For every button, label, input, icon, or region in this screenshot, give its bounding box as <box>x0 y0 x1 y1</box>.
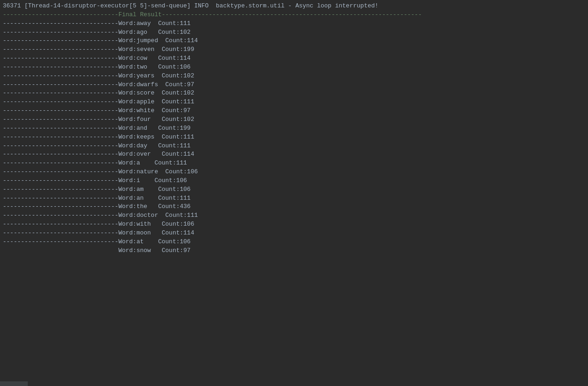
terminal-line: --------------------------------Word:fou… <box>3 115 585 124</box>
terminal-line: --------------------------------Word:nat… <box>3 168 585 177</box>
terminal-line: --------------------------------Word:dwa… <box>3 81 585 89</box>
terminal-line: --------------------------------Word:kee… <box>3 133 585 142</box>
terminal-window: 36371 [Thread-14-disruptor-executor[5 5]… <box>0 0 588 386</box>
terminal-line: --------------------------------Word:yea… <box>3 72 585 81</box>
terminal-line: --------------------------------Word:a C… <box>3 159 585 168</box>
terminal-line: --------------------------------Word:and… <box>3 124 585 133</box>
terminal-line: --------------------------------Word:awa… <box>3 19 585 28</box>
terminal-line: --------------------------------Word:at … <box>3 238 585 247</box>
terminal-line: --------------------------------Final Re… <box>3 11 585 19</box>
terminal-line: --------------------------------Word:whi… <box>3 107 585 115</box>
terminal-line: --------------------------------Word:sev… <box>3 45 585 54</box>
terminal-line: --------------------------------Word:day… <box>3 142 585 151</box>
terminal-line: --------------------------------Word:ove… <box>3 150 585 159</box>
terminal-line: --------------------------------Word:moo… <box>3 229 585 238</box>
terminal-line: --------------------------------Word:ago… <box>3 28 585 37</box>
terminal-line: --------------------------------Word:an … <box>3 194 585 203</box>
terminal-line: --------------------------------Word:i C… <box>3 177 585 185</box>
terminal-line: --------------------------------Word:jum… <box>3 37 585 45</box>
terminal-line: --------------------------------Word:app… <box>3 98 585 107</box>
terminal-line: --------------------------------Word:wit… <box>3 220 585 229</box>
terminal-line: --------------------------------Word:sco… <box>3 89 585 98</box>
terminal-line: --------------------------------Word:the… <box>3 202 585 211</box>
terminal-line: --------------------------------Word:am … <box>3 185 585 194</box>
terminal-line: --------------------------------Word:two… <box>3 63 585 72</box>
terminal-line: --------------------------------Word:cow… <box>3 54 585 63</box>
terminal-line: 36371 [Thread-14-disruptor-executor[5 5]… <box>3 2 585 11</box>
terminal-line: --------------------------------Word:doc… <box>3 211 585 220</box>
terminal-line: Word:snow Count:97 <box>3 247 585 255</box>
scrollbar[interactable] <box>0 381 28 386</box>
